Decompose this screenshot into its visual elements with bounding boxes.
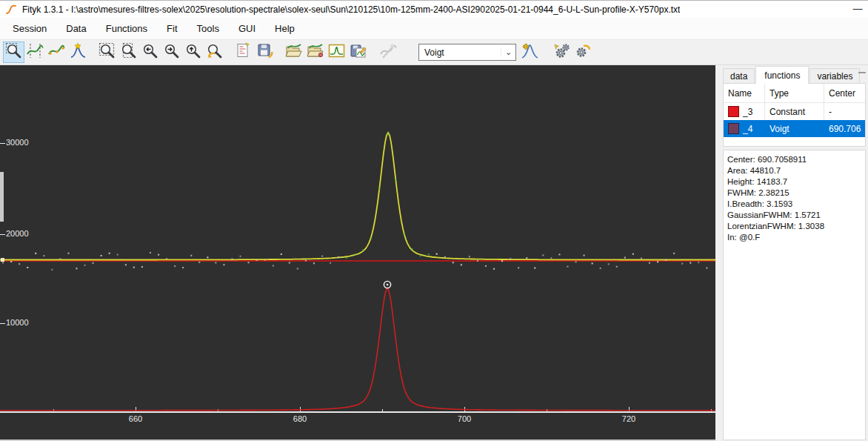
save-session-button[interactable] [254, 42, 276, 63]
function-row-_3[interactable]: _3Constant- [724, 103, 865, 120]
save-plot-image-icon [328, 42, 345, 62]
col-center: Center [824, 84, 865, 102]
function-type-cell: Voigt [765, 120, 824, 137]
x-axis-label: 660 [129, 414, 142, 423]
function-info-panel: Center: 690.7058911Area: 44810.7Height: … [723, 150, 866, 440]
zoom-mode-button[interactable] [3, 42, 24, 63]
auto-add-peak-icon [521, 42, 538, 62]
fityk-logo-icon [5, 4, 17, 16]
info-line: Center: 690.7058911 [727, 154, 862, 165]
y-axis-label: 20000 [6, 229, 29, 238]
function-type-value: Voigt [419, 47, 501, 58]
background-mode-icon [48, 42, 65, 62]
y-axis-label: 10000 [6, 318, 29, 327]
zoom-up-button[interactable] [182, 42, 204, 63]
zoom-vertical-button[interactable] [118, 42, 139, 63]
x-axis-label: 680 [293, 414, 307, 423]
save-session-icon [256, 42, 273, 62]
sidebar-splitter[interactable] [715, 65, 722, 441]
data-range-mode-icon [27, 42, 44, 62]
function-name-cell: _4 [724, 120, 765, 137]
title-bar: Fityk 1.3.1 - I:\astro\mesures-filtres-s… [0, 1, 868, 18]
zoom-left-button[interactable] [139, 42, 161, 63]
export-data-button[interactable] [347, 42, 369, 63]
toolbar-separator [399, 52, 418, 53]
open-data-icon [285, 42, 302, 62]
function-color-swatch [728, 106, 739, 117]
sidebar-collapse-handle[interactable] [858, 72, 866, 73]
col-type: Type [765, 84, 824, 102]
zoom-vertical-icon [120, 42, 137, 62]
open-data-button[interactable] [283, 42, 304, 63]
zoom-right-button[interactable] [161, 42, 182, 63]
y-axis-label: 30000 [6, 138, 29, 147]
zoom-right-icon [163, 42, 180, 62]
zoom-previous-button[interactable] [204, 42, 225, 63]
add-peak-mode-icon [70, 42, 87, 62]
menu-help[interactable]: Help [265, 19, 304, 38]
tab-data[interactable]: data [723, 68, 755, 84]
functions-table-header: NameTypeCenter [724, 84, 865, 103]
fit-run-button[interactable] [551, 42, 572, 63]
log-script-button[interactable] [233, 42, 254, 63]
plot-area[interactable]: 300002000010000660680700720 [0, 65, 715, 440]
function-color-swatch [728, 123, 739, 134]
menu-data[interactable]: Data [56, 19, 96, 38]
menu-fit[interactable]: Fit [157, 19, 187, 38]
sidebar: datafunctionsvariables NameTypeCenter_3C… [722, 65, 868, 441]
function-type-cell: Constant [765, 103, 824, 120]
sidebar-tabs: datafunctionsvariables [723, 66, 866, 84]
toolbar-separator [89, 52, 96, 53]
function-row-_4[interactable]: _4Voigt690.706 [724, 120, 865, 137]
tab-functions[interactable]: functions [755, 66, 809, 84]
info-line: GaussianFWHM: 1.5721 [727, 210, 862, 221]
x-axis-label: 720 [622, 414, 635, 423]
toolbar-separator [225, 52, 233, 53]
toolbar-separator [541, 52, 551, 53]
info-line: In: @0.F [727, 232, 862, 243]
zoom-all-button[interactable] [96, 42, 118, 63]
function-center-cell: 690.706 [824, 120, 865, 137]
chevron-down-icon[interactable]: ⌄ [501, 47, 515, 57]
zoom-previous-icon [206, 42, 223, 62]
strip-background-icon [380, 42, 397, 62]
tab-variables[interactable]: variables [809, 68, 860, 84]
open-data-custom-button[interactable] [304, 42, 326, 63]
menu-session[interactable]: Session [3, 19, 56, 38]
fit-settings-button[interactable] [572, 42, 594, 63]
fityk-window: Fityk 1.3.1 - I:\astro\mesures-filtres-s… [0, 0, 868, 441]
data-range-mode-button[interactable] [24, 42, 46, 63]
info-line: Area: 44810.7 [727, 165, 862, 176]
menu-gui[interactable]: GUI [229, 19, 265, 38]
strip-background-button[interactable] [378, 42, 399, 63]
zoom-all-icon [99, 42, 116, 62]
col-name: Name [724, 84, 765, 102]
info-line: Height: 14183.7 [727, 176, 862, 188]
function-name-cell: _3 [724, 103, 765, 120]
toolbar-separator [276, 52, 283, 53]
function-type-select[interactable]: Voigt⌄ [418, 44, 516, 61]
functions-table: NameTypeCenter_3Constant-_4Voigt690.706 [723, 83, 866, 147]
toolbar: Voigt⌄ [0, 39, 868, 65]
add-peak-mode-button[interactable] [67, 42, 89, 63]
plot-canvas[interactable] [0, 65, 715, 440]
toolbar-separator [369, 52, 378, 53]
auto-add-peak-button[interactable] [519, 42, 541, 63]
fit-settings-icon [575, 42, 592, 62]
save-plot-image-button[interactable] [326, 42, 347, 63]
minimize-button[interactable]: — [850, 3, 865, 14]
menu-functions[interactable]: Functions [96, 19, 157, 38]
window-title: Fityk 1.3.1 - I:\astro\mesures-filtres-s… [22, 4, 680, 15]
background-mode-button[interactable] [46, 42, 67, 63]
info-line: FWHM: 2.38215 [727, 188, 862, 199]
function-center-cell: - [824, 103, 865, 120]
zoom-up-icon [184, 42, 201, 62]
menu-tools[interactable]: Tools [187, 19, 229, 38]
open-data-custom-icon [307, 42, 324, 62]
info-line: LorentzianFWHM: 1.3038 [727, 221, 862, 232]
log-script-icon [235, 42, 252, 62]
fit-run-icon [553, 42, 570, 62]
menu-bar: SessionDataFunctionsFitToolsGUIHelp [0, 18, 868, 39]
left-edge-scrollbar[interactable] [0, 172, 4, 222]
main-content: 300002000010000660680700720 datafunction… [0, 65, 868, 441]
